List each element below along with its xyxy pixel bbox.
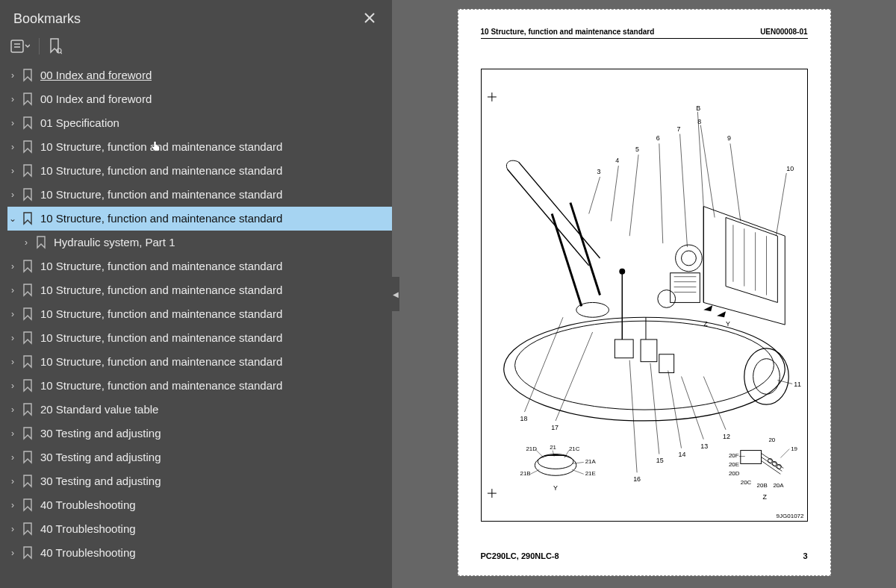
bookmark-item[interactable]: ›10 Structure, function and maintenance … <box>7 159 392 183</box>
chevron-right-icon[interactable]: › <box>7 353 18 371</box>
bookmark-item[interactable]: ›00 Index and foreword <box>7 87 392 111</box>
svg-text:20: 20 <box>768 437 775 443</box>
bookmarks-title: Bookmarks <box>13 11 81 27</box>
document-area: ◀ 10 Structure, function and maintenance… <box>392 0 896 588</box>
bookmarks-toolbar <box>0 37 392 60</box>
svg-text:21E: 21E <box>585 470 595 477</box>
chevron-right-icon[interactable]: › <box>7 329 18 347</box>
bookmark-label: 40 Troubleshooting <box>40 496 136 514</box>
svg-text:20F: 20F <box>728 453 738 460</box>
svg-line-37 <box>659 143 662 243</box>
chevron-right-icon[interactable]: › <box>7 472 18 490</box>
bookmark-item[interactable]: ›10 Structure, function and maintenance … <box>7 350 392 374</box>
bookmark-item[interactable]: ›10 Structure, function and maintenance … <box>7 135 392 159</box>
bookmark-item[interactable]: ›40 Troubleshooting <box>7 541 392 565</box>
bookmark-ribbon-icon <box>22 69 33 82</box>
bookmark-item[interactable]: ›10 Structure, function and maintenance … <box>7 254 392 278</box>
chevron-right-icon[interactable]: › <box>7 305 18 323</box>
chevron-right-icon[interactable]: › <box>7 90 18 108</box>
svg-line-51 <box>703 377 726 430</box>
svg-rect-25 <box>615 340 633 358</box>
bookmark-label: 10 Structure, function and maintenance s… <box>40 210 282 228</box>
bookmark-item[interactable]: ›10 Structure, function and maintenance … <box>7 326 392 350</box>
chevron-right-icon[interactable]: › <box>7 377 18 395</box>
chevron-right-icon[interactable]: › <box>7 114 18 132</box>
svg-line-55 <box>668 371 681 448</box>
collapse-sidebar-handle[interactable]: ◀ <box>392 277 399 311</box>
svg-text:Y: Y <box>726 320 730 328</box>
svg-text:20D: 20D <box>728 470 739 477</box>
svg-text:21C: 21C <box>568 445 579 452</box>
chevron-right-icon[interactable]: › <box>21 234 31 251</box>
chevron-right-icon[interactable]: › <box>7 281 18 299</box>
svg-line-79 <box>530 469 539 474</box>
bookmark-item[interactable]: ›10 Structure, function and maintenance … <box>7 183 392 207</box>
bookmark-ribbon-icon <box>36 236 46 249</box>
chevron-down-icon[interactable]: ⌄ <box>7 210 18 228</box>
bookmark-label: 10 Structure, function and maintenance s… <box>40 162 282 180</box>
chevron-right-icon[interactable]: › <box>7 162 18 180</box>
svg-rect-81 <box>740 451 761 464</box>
bookmark-label: 30 Testing and adjusting <box>40 448 161 466</box>
bookmark-item[interactable]: ›Hydraulic system, Part 1 <box>7 231 392 254</box>
svg-text:21A: 21A <box>585 458 596 465</box>
chevron-right-icon[interactable]: › <box>7 448 18 466</box>
svg-text:20E: 20E <box>728 461 738 468</box>
bookmark-ribbon-icon[interactable] <box>49 38 62 54</box>
svg-line-39 <box>679 134 687 247</box>
bookmark-item[interactable]: ›30 Testing and adjusting <box>7 445 392 469</box>
svg-text:Y: Y <box>553 484 558 492</box>
svg-point-8 <box>753 359 780 395</box>
bookmark-item[interactable]: ›40 Troubleshooting <box>7 517 392 541</box>
svg-text:12: 12 <box>723 433 730 440</box>
chevron-right-icon[interactable]: › <box>7 401 18 419</box>
svg-text:5: 5 <box>635 146 639 153</box>
chevron-right-icon[interactable]: › <box>7 544 18 562</box>
bookmark-ribbon-icon <box>22 379 33 392</box>
bookmark-item[interactable]: ›30 Testing and adjusting <box>7 469 392 493</box>
bookmark-list[interactable]: ›00 Index and foreword›00 Index and fore… <box>0 60 392 588</box>
chevron-right-icon[interactable]: › <box>7 496 18 514</box>
bookmark-label: 40 Troubleshooting <box>40 520 136 538</box>
chevron-right-icon[interactable]: › <box>7 257 18 275</box>
svg-rect-16 <box>670 273 700 303</box>
bookmark-item[interactable]: ›10 Structure, function and maintenance … <box>7 278 392 302</box>
bookmark-item[interactable]: ›40 Troubleshooting <box>7 493 392 517</box>
svg-line-63 <box>524 317 563 412</box>
svg-text:15: 15 <box>656 457 663 464</box>
svg-text:6: 6 <box>656 134 659 142</box>
bookmark-item[interactable]: ›20 Standard value table <box>7 398 392 422</box>
bookmark-ribbon-icon <box>22 475 33 488</box>
svg-text:20C: 20C <box>740 479 751 486</box>
svg-text:13: 13 <box>700 442 708 450</box>
bookmark-item[interactable]: ›01 Specification <box>7 111 392 135</box>
chevron-right-icon[interactable]: › <box>7 138 18 156</box>
svg-text:21B: 21B <box>520 470 530 477</box>
bookmark-ribbon-icon <box>22 307 33 321</box>
bookmark-ribbon-icon <box>22 403 33 416</box>
bookmark-item[interactable]: ⌄10 Structure, function and maintenance … <box>7 207 392 231</box>
svg-point-15 <box>681 251 696 266</box>
bookmark-item[interactable]: ›00 Index and foreword <box>7 63 392 87</box>
chevron-right-icon[interactable]: › <box>7 425 18 442</box>
svg-point-22 <box>576 302 609 317</box>
chevron-right-icon[interactable]: › <box>7 520 18 538</box>
page-footer-left: PC290LC, 290NLC-8 <box>481 551 559 560</box>
options-icon[interactable] <box>10 39 30 54</box>
svg-line-90 <box>780 449 789 458</box>
bookmark-ribbon-icon <box>22 212 33 225</box>
bookmark-label: 10 Structure, function and maintenance s… <box>40 186 282 204</box>
bookmark-item[interactable]: ›10 Structure, function and maintenance … <box>7 374 392 398</box>
chevron-right-icon[interactable]: › <box>7 186 18 204</box>
technical-figure: Z Y 3 4 5 6 7 8 9 10 B <box>481 69 808 522</box>
chevron-right-icon[interactable]: › <box>7 66 18 84</box>
close-icon[interactable] <box>361 7 379 31</box>
bookmark-item[interactable]: ›30 Testing and adjusting <box>7 422 392 445</box>
bookmark-label: 10 Structure, function and maintenance s… <box>40 329 282 347</box>
bookmark-item[interactable]: ›10 Structure, function and maintenance … <box>7 302 392 326</box>
svg-text:Z: Z <box>762 493 767 501</box>
toolbar-divider <box>39 38 40 54</box>
svg-point-65 <box>535 455 576 476</box>
page-footer-right: 3 <box>803 551 807 560</box>
page-header-right: UEN00008-01 <box>760 28 807 36</box>
